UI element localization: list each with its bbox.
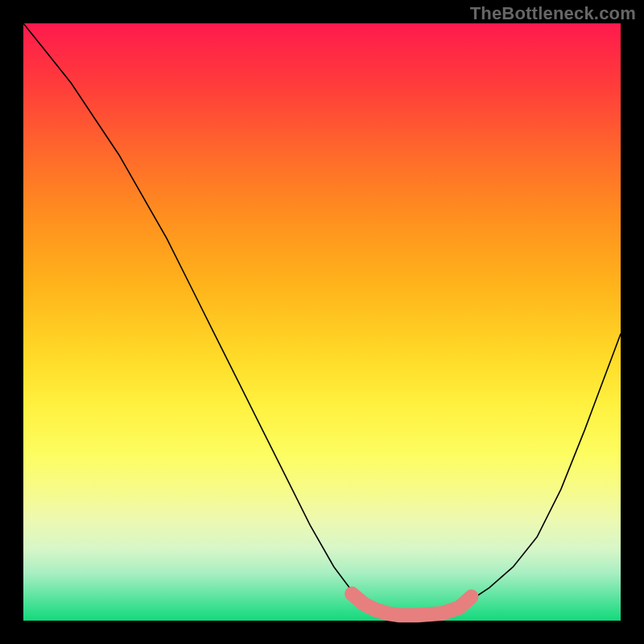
watermark-text: TheBottleneck.com xyxy=(470,3,636,24)
plot-area xyxy=(23,23,621,621)
curve-right-branch xyxy=(400,334,621,616)
chart-frame: TheBottleneck.com xyxy=(0,0,644,644)
highlight-minimum-region xyxy=(352,594,471,616)
curve-left-branch xyxy=(23,23,400,616)
curve-layer xyxy=(23,23,621,621)
